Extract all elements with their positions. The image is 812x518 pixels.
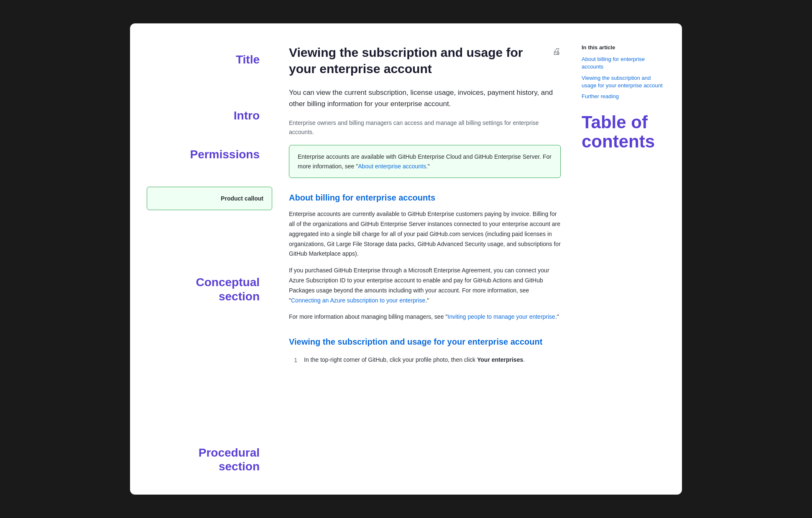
toc-heading-line2: contents — [582, 132, 655, 151]
azure-subscription-link[interactable]: Connecting an Azure subscription to your… — [291, 297, 425, 304]
annotation-title: Title — [147, 53, 272, 67]
annotation-conceptual: Conceptualsection — [147, 275, 272, 303]
conceptual-body-3: For more information about managing bill… — [289, 312, 561, 322]
conceptual-body-3-before: For more information about managing bill… — [289, 313, 447, 320]
about-enterprise-accounts-link[interactable]: About enterprise accounts — [358, 163, 426, 170]
toc-column: In this article About billing for enterp… — [573, 44, 665, 474]
step-text-bold: Your enterprises — [477, 356, 523, 363]
annotation-permissions: Permissions — [147, 147, 272, 162]
main-content: Viewing the subscription and usage for y… — [281, 44, 573, 474]
intro-text: You can view the current subscription, l… — [289, 87, 561, 109]
permissions-text: Enterprise owners and billing managers c… — [289, 118, 561, 137]
toc-link-further[interactable]: Further reading — [582, 93, 665, 100]
annotations-column: Title Intro Permissions Product callout … — [147, 44, 281, 474]
inviting-people-link[interactable]: Inviting people to manage your enterpris… — [447, 313, 555, 320]
conceptual-body-2-after: ." — [425, 297, 429, 304]
procedural-heading: Viewing the subscription and usage for y… — [289, 337, 561, 347]
conceptual-body-3-after: ." — [555, 313, 559, 320]
toc-heading-large: Table of contents — [582, 113, 665, 151]
step-text-after: . — [523, 356, 525, 363]
conceptual-body-1: Enterprise accounts are currently availa… — [289, 209, 561, 259]
step-text-before: In the top-right corner of GitHub, click… — [304, 356, 477, 363]
step-list: 1 In the top-right corner of GitHub, cli… — [289, 355, 561, 366]
product-callout-text-end: ." — [426, 163, 430, 170]
annotation-intro: Intro — [147, 109, 272, 123]
article-title: Viewing the subscription and usage for y… — [289, 44, 546, 77]
toc-heading-line1: Table of — [582, 112, 648, 132]
toc-in-article: In this article — [582, 44, 665, 51]
annotation-product-callout: Product callout — [147, 187, 272, 210]
step-number: 1 — [289, 355, 297, 366]
article-header: Viewing the subscription and usage for y… — [289, 44, 561, 77]
conceptual-heading: About billing for enterprise accounts — [289, 193, 561, 203]
product-callout-box: Enterprise accounts are available with G… — [289, 145, 561, 178]
toc-link-billing[interactable]: About billing for enterprise accounts — [582, 56, 665, 71]
main-window: Title Intro Permissions Product callout … — [130, 23, 682, 495]
step-item: 1 In the top-right corner of GitHub, cli… — [289, 355, 561, 366]
step-text: In the top-right corner of GitHub, click… — [304, 355, 525, 366]
print-icon[interactable]: 🖨 — [552, 47, 561, 56]
annotation-procedural: Proceduralsection — [147, 446, 272, 474]
conceptual-body-2: If you purchased GitHub Enterprise throu… — [289, 266, 561, 305]
toc-link-viewing[interactable]: Viewing the subscription and usage for y… — [582, 74, 665, 89]
